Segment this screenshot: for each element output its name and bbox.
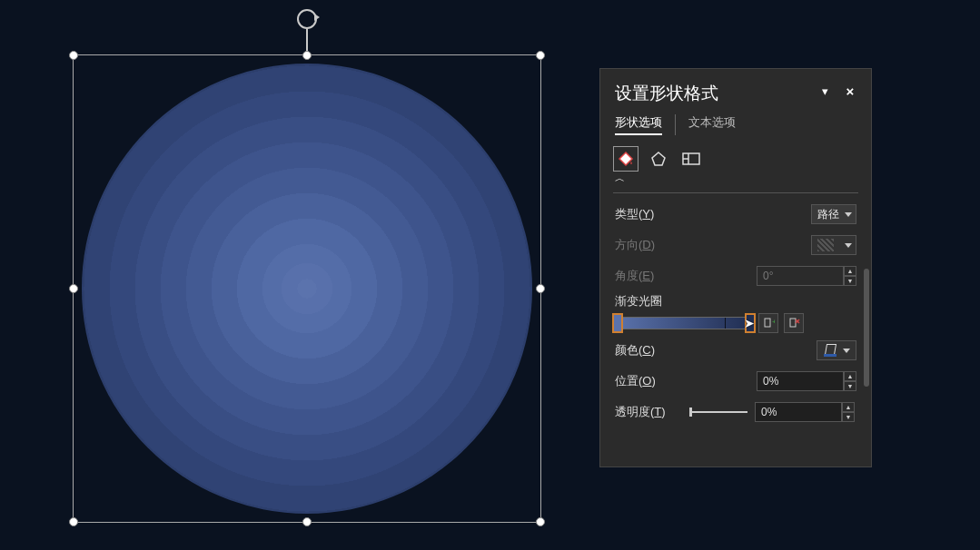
label-text: 颜色( [615,343,642,357]
label-color: 颜色(C) [615,342,817,358]
row-direction: 方向(D) [615,231,856,259]
panel-header: 设置形状格式 ▾ × [600,69,871,109]
label-accel: O [642,374,651,388]
add-gradient-stop-button[interactable]: + [758,313,778,333]
selection-handle[interactable] [536,517,545,526]
selection-handle[interactable] [69,51,78,60]
spinner-up-icon[interactable]: ▲ [842,402,855,412]
svg-text:+: + [772,318,775,326]
spinner-down-icon: ▼ [844,276,856,286]
type-value: 路径 [817,207,839,222]
label-angle: 角度(E) [615,268,757,284]
direction-dropdown [811,235,856,255]
label-text: ) [651,238,655,251]
tab-shape-options[interactable]: 形状选项 [615,114,662,135]
label-accel: C [642,343,650,357]
svg-rect-8 [790,319,796,327]
selection-handle[interactable] [302,51,312,60]
label-text: 位置( [615,374,642,388]
gradient-mid-marker [725,318,726,329]
format-shape-panel: 设置形状格式 ▾ × 形状选项 文本选项 ︿ 类型(Y) 路径 [599,68,872,467]
chevron-down-icon [843,349,850,353]
selection-handle[interactable] [536,284,545,293]
spinner-down-icon[interactable]: ▼ [842,412,855,422]
label-text: 方向( [615,238,642,251]
label-type: 类型(Y) [615,206,811,222]
angle-input: 0° [757,266,844,286]
effects-pentagon-icon[interactable] [646,146,671,172]
size-layout-icon[interactable] [678,146,704,172]
chevron-down-icon [845,243,852,248]
label-position: 位置(O) [615,373,757,389]
label-text: ) [661,405,665,418]
remove-gradient-stop-button[interactable] [784,313,804,333]
spinner-down-icon[interactable]: ▼ [844,381,856,391]
transparency-slider[interactable] [689,411,747,413]
selection-handle[interactable] [536,51,545,60]
svg-marker-2 [652,152,665,165]
label-accel: Y [642,207,650,221]
row-position: 位置(O) 0% ▲ ▼ [615,368,856,395]
slider-thumb[interactable] [689,408,692,417]
gradient-stops-bar[interactable]: ➤ [615,317,753,329]
label-text: 透明度( [615,405,654,418]
row-transparency: 透明度(T) 0% ▲ ▼ [615,398,856,426]
chevron-down-icon [845,212,852,217]
row-type: 类型(Y) 路径 [615,201,856,228]
tab-separator [675,114,676,135]
panel-title: 设置形状格式 [615,82,806,105]
selection-handle[interactable] [69,517,78,526]
color-picker-button[interactable] [817,340,856,360]
row-color: 颜色(C) [615,337,856,364]
panel-options-dropdown-icon[interactable]: ▾ [818,87,831,100]
gradient-stop-handle[interactable] [612,313,623,333]
position-spinner[interactable]: 0% ▲ ▼ [757,371,856,391]
label-text: 角度( [615,269,642,282]
selection-handle[interactable] [302,517,312,526]
tab-text-options[interactable]: 文本选项 [688,114,736,135]
fill-line-icon[interactable] [613,146,638,172]
category-icon-row [600,144,871,172]
position-input[interactable]: 0% [757,371,844,391]
label-text: 类型( [615,207,642,221]
gradient-stop-handle[interactable] [745,313,756,333]
panel-scrollbar[interactable] [864,269,869,387]
label-accel: E [642,269,650,282]
close-icon[interactable]: × [844,87,856,100]
label-gradient-stops: 渐变光圈 [615,293,856,309]
slide-canvas[interactable] [54,9,545,535]
paint-bucket-icon [824,344,836,357]
svg-marker-0 [619,152,632,165]
label-text: ) [650,269,654,282]
label-text: ) [651,343,655,357]
transparency-input[interactable]: 0% [755,402,842,422]
selection-handle[interactable] [69,284,78,293]
label-accel: D [642,238,650,251]
label-direction: 方向(D) [615,237,811,253]
direction-swatch-icon [817,239,834,251]
label-text: ) [651,374,655,388]
shape-ellipse[interactable] [82,64,532,514]
rotate-handle-icon[interactable] [297,9,317,29]
row-angle: 角度(E) 0° ▲ ▼ [615,262,856,290]
spinner-up-icon: ▲ [844,266,856,276]
section-chevron-icon[interactable]: ︿ [600,172,871,185]
transparency-spinner[interactable]: 0% ▲ ▼ [755,402,855,422]
label-transparency: 透明度(T) [615,404,689,420]
spinner-up-icon[interactable]: ▲ [844,371,856,381]
type-dropdown[interactable]: 路径 [811,204,856,224]
angle-spinner: 0° ▲ ▼ [757,266,856,286]
svg-rect-6 [765,319,770,327]
panel-body: 类型(Y) 路径 方向(D) 角度(E) 0° ▲ [600,193,871,433]
label-text: ) [650,207,654,221]
panel-subtabs: 形状选项 文本选项 [600,109,871,144]
